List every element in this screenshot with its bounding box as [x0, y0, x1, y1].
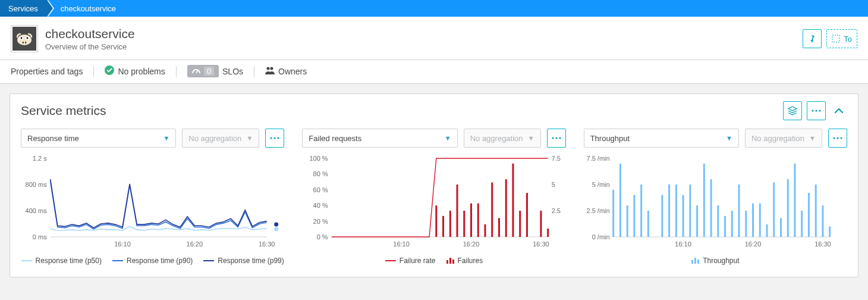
- page-title: checkoutservice: [45, 27, 135, 41]
- check-icon: [105, 65, 114, 77]
- properties-and-tags[interactable]: Properties and tags: [11, 67, 83, 76]
- meta-bar: Properties and tags No problems 0 SLOs O…: [0, 60, 868, 84]
- svg-text:16:10: 16:10: [675, 240, 691, 248]
- chart-cell: Failed requests ▼ No aggregation ▼ 0 %20…: [302, 129, 565, 265]
- svg-text:0 /min: 0 /min: [592, 233, 609, 240]
- metric-dropdown[interactable]: Response time ▼: [21, 129, 176, 148]
- svg-point-62: [840, 137, 842, 139]
- chart-more-button[interactable]: [265, 129, 284, 148]
- chevron-down-icon: ▼: [163, 135, 169, 142]
- svg-text:7.5 /min: 7.5 /min: [586, 155, 609, 162]
- service-icon: [11, 25, 38, 52]
- chevron-down-icon: ▼: [809, 135, 816, 142]
- svg-rect-80: [682, 195, 684, 237]
- svg-text:16:20: 16:20: [744, 240, 761, 248]
- svg-point-27: [274, 227, 278, 231]
- svg-rect-86: [724, 216, 726, 237]
- svg-rect-6: [26, 42, 27, 43]
- svg-text:16:30: 16:30: [814, 240, 831, 248]
- svg-rect-58: [540, 211, 542, 237]
- legend-item: Response time (p50): [21, 257, 102, 265]
- page-subtitle: Overview of the Service: [45, 42, 135, 51]
- svg-point-16: [274, 137, 276, 139]
- legend-item: Failure rate: [385, 257, 436, 265]
- svg-rect-75: [640, 185, 642, 237]
- breadcrumb: Services checkoutservice: [0, 0, 868, 17]
- svg-point-29: [555, 137, 557, 139]
- svg-text:60 %: 60 %: [313, 186, 328, 193]
- chart-cell: Throughput ▼ No aggregation ▼ 0 /min2.5 …: [584, 129, 847, 265]
- svg-rect-91: [759, 204, 760, 237]
- svg-text:16:10: 16:10: [114, 240, 131, 248]
- divider: [93, 66, 94, 77]
- svg-rect-5: [23, 42, 24, 43]
- svg-rect-55: [512, 164, 514, 237]
- svg-text:2.5: 2.5: [552, 207, 561, 214]
- service-metrics-panel: Service metrics Response time ▼ No aggre…: [10, 93, 858, 277]
- svg-text:16:10: 16:10: [394, 240, 410, 248]
- svg-rect-82: [696, 205, 698, 237]
- svg-text:5: 5: [552, 181, 555, 188]
- svg-text:40 %: 40 %: [313, 202, 328, 209]
- svg-point-2: [21, 38, 23, 39]
- chart[interactable]: 0 %20 %40 %60 %80 %100 %2.557.516:1016:2…: [302, 155, 565, 250]
- svg-point-12: [812, 110, 813, 111]
- chart-legend: Response time (p50) Response time (p90) …: [21, 257, 284, 265]
- svg-point-4: [27, 38, 29, 39]
- header-actions: To: [803, 29, 857, 48]
- legend-item: Response time (p99): [203, 257, 284, 265]
- svg-rect-54: [505, 179, 507, 237]
- svg-text:80 %: 80 %: [313, 170, 328, 177]
- title-block: checkoutservice Overview of the Service: [45, 27, 135, 51]
- breadcrumb-current[interactable]: checkoutservice: [48, 0, 125, 17]
- svg-point-17: [278, 137, 279, 139]
- svg-rect-100: [822, 205, 823, 237]
- chart-more-button[interactable]: [547, 129, 566, 148]
- svg-rect-84: [710, 179, 712, 237]
- svg-point-61: [836, 137, 838, 139]
- svg-rect-77: [661, 195, 663, 237]
- svg-text:100 %: 100 %: [310, 155, 328, 162]
- svg-point-13: [815, 110, 817, 111]
- aggregation-dropdown[interactable]: No aggregation ▼: [182, 129, 259, 148]
- svg-point-60: [833, 137, 835, 139]
- svg-text:0 %: 0 %: [317, 233, 328, 240]
- slo-indicator[interactable]: 0 SLOs: [187, 65, 243, 77]
- svg-rect-57: [526, 193, 528, 237]
- panel-title: Service metrics: [21, 104, 106, 118]
- chevron-down-icon: ▼: [246, 135, 253, 142]
- svg-rect-53: [498, 218, 500, 237]
- chart-more-button[interactable]: [828, 129, 847, 148]
- svg-rect-71: [612, 190, 614, 237]
- users-icon: [265, 66, 275, 76]
- svg-rect-44: [436, 205, 438, 237]
- pin-button[interactable]: [803, 29, 822, 48]
- metric-dropdown[interactable]: Throughput ▼: [584, 129, 739, 148]
- svg-rect-74: [633, 195, 635, 237]
- problems-status[interactable]: No problems: [105, 65, 165, 77]
- legend-item: Response time (p90): [112, 257, 193, 265]
- svg-rect-83: [703, 164, 705, 237]
- svg-rect-52: [492, 182, 493, 237]
- svg-rect-72: [619, 164, 621, 237]
- aggregation-dropdown[interactable]: No aggregation ▼: [464, 129, 541, 148]
- svg-point-0: [17, 35, 32, 45]
- aggregation-dropdown[interactable]: No aggregation ▼: [745, 129, 822, 148]
- svg-rect-95: [787, 179, 788, 237]
- toggle-button[interactable]: To: [826, 29, 857, 48]
- collapse-button[interactable]: [831, 102, 847, 119]
- metric-dropdown[interactable]: Failed requests ▼: [302, 129, 457, 148]
- breadcrumb-root[interactable]: Services: [0, 0, 48, 17]
- svg-rect-46: [449, 211, 451, 237]
- owners-link[interactable]: Owners: [265, 66, 307, 76]
- chart[interactable]: 0 ms400 ms800 ms1.2 s16:1016:2016:30: [21, 155, 284, 250]
- chevron-down-icon: ▼: [445, 135, 451, 142]
- breadcrumb-root-label: Services: [8, 4, 38, 13]
- chart[interactable]: 0 /min2.5 /min5 /min7.5 /min16:1016:2016…: [584, 155, 847, 250]
- more-button[interactable]: [807, 101, 826, 120]
- svg-rect-78: [668, 185, 670, 237]
- svg-point-26: [274, 223, 278, 227]
- layers-button[interactable]: [783, 101, 802, 120]
- svg-point-14: [819, 110, 820, 111]
- svg-rect-48: [464, 211, 466, 237]
